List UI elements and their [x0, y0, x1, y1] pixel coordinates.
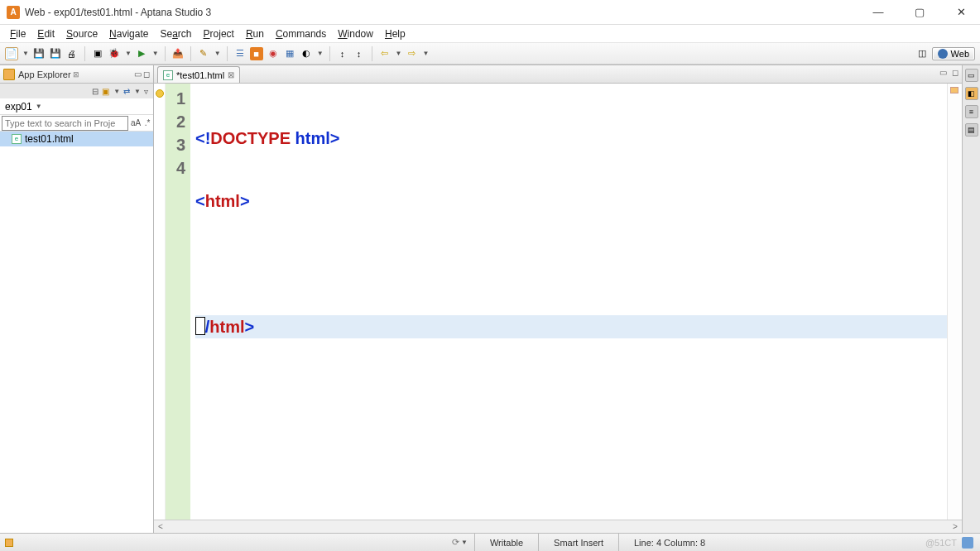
menu-icon[interactable]: ▿ — [144, 87, 148, 96]
dropdown-icon[interactable]: ▼ — [134, 88, 141, 95]
wand-icon[interactable]: ✎ — [197, 47, 210, 60]
dropdown-icon[interactable]: ▼ — [113, 88, 120, 95]
open-perspective-icon[interactable]: ◫ — [915, 47, 929, 60]
menu-window[interactable]: Window — [333, 26, 378, 41]
separator — [227, 46, 228, 61]
editor-area: e *test01.html ⊠ ▭ ◻ 1 2 3 4 <!DOCTYPE h… — [154, 65, 962, 533]
menu-commands[interactable]: Commands — [271, 26, 331, 41]
menu-navigate[interactable]: Navigate — [104, 26, 153, 41]
case-sensitive-toggle[interactable]: aA — [130, 118, 142, 127]
dropdown-icon[interactable]: ▼ — [317, 50, 324, 57]
menu-run[interactable]: Run — [241, 26, 269, 41]
menu-project[interactable]: Project — [199, 26, 239, 41]
dropdown-icon[interactable]: ▼ — [125, 50, 132, 57]
maximize-button[interactable]: ▢ — [907, 6, 932, 18]
overlay-icon — [962, 537, 973, 549]
editor-tab-test01[interactable]: e *test01.html ⊠ — [157, 66, 240, 83]
save-icon[interactable]: 💾 — [32, 47, 46, 60]
main-toolbar: 📄▼ 💾 💾 🖨 ▣ 🐞▼ ▶▼ 📤 ✎▼ ☰ ■ ◉ ▦ ◐▼ ↕ ↕ ⇦▼ … — [0, 43, 980, 65]
separator — [372, 46, 372, 61]
menu-source[interactable]: Source — [61, 26, 103, 41]
link-icon[interactable]: ⇄ — [123, 87, 130, 96]
app-icon: A — [7, 6, 20, 19]
project-name: exp01 — [5, 101, 32, 113]
regex-toggle[interactable]: .* — [142, 118, 153, 127]
separator — [329, 46, 330, 61]
minimize-view-icon[interactable]: ▭ — [134, 69, 142, 79]
minimize-button[interactable]: — — [866, 6, 891, 18]
publish-icon[interactable]: 📤 — [171, 47, 185, 60]
app-explorer-tab[interactable]: App Explorer ⊠ ▭ ◻ — [0, 65, 153, 84]
sync-icon[interactable]: ⟳ — [452, 537, 459, 548]
run-icon[interactable]: ▶ — [135, 47, 148, 60]
terminal-icon[interactable]: ▣ — [91, 47, 104, 60]
minimize-editor-icon[interactable]: ▭ — [939, 68, 947, 77]
menu-file[interactable]: FFileile — [5, 26, 31, 41]
marker-column — [154, 84, 166, 520]
down-icon[interactable]: ↕ — [353, 47, 366, 60]
warning-marker-icon[interactable] — [156, 89, 164, 98]
title-bar: A Web - exp01/test01.html - Aptana Studi… — [0, 0, 980, 25]
menu-edit[interactable]: Edit — [32, 26, 60, 41]
horizontal-scrollbar[interactable]: < > — [154, 520, 962, 533]
back-icon[interactable]: ⇦ — [378, 47, 392, 60]
window-controls: — ▢ ✕ — [866, 6, 973, 18]
maximize-view-icon[interactable]: ◻ — [143, 69, 150, 79]
menu-bar: FFileile Edit Source Navigate Search Pro… — [0, 25, 980, 43]
up-icon[interactable]: ↕ — [336, 47, 349, 60]
separator — [165, 46, 166, 61]
palette-icon[interactable]: ◐ — [300, 47, 313, 60]
overview-ruler[interactable] — [947, 84, 962, 520]
file-name: test01.html — [25, 133, 74, 145]
menu-help[interactable]: Help — [380, 26, 411, 41]
watermark-text: @51CT — [925, 538, 957, 548]
save-all-icon[interactable]: 💾 — [49, 47, 62, 60]
debug-icon[interactable]: 🐞 — [108, 47, 121, 60]
project-tree: e test01.html — [0, 132, 153, 533]
maximize-editor-icon[interactable]: ◻ — [952, 68, 958, 77]
dropdown-icon[interactable]: ▼ — [423, 50, 430, 57]
view-marker: ⊠ — [73, 70, 79, 79]
outline-view-icon[interactable]: ◧ — [965, 87, 978, 100]
scroll-left-icon[interactable]: < — [154, 522, 167, 531]
perspective-web[interactable]: Web — [932, 47, 975, 60]
app-explorer-panel: App Explorer ⊠ ▭ ◻ ⊟ ▣ ▼ ⇄ ▼ ▿ exp01 ▼ a… — [0, 65, 154, 533]
dropdown-icon[interactable]: ▼ — [22, 50, 29, 57]
new-icon[interactable]: 📄 — [5, 47, 18, 60]
code-editor[interactable]: <!DOCTYPE html> <html> </html> — [190, 84, 947, 520]
line-gutter: 1 2 3 4 — [166, 84, 190, 520]
camera-icon[interactable]: ◉ — [267, 47, 280, 60]
separator — [84, 46, 85, 61]
snippets-view-icon[interactable]: ≡ — [965, 105, 978, 118]
image-icon[interactable]: ▦ — [283, 47, 296, 60]
dropdown-icon[interactable]: ▼ — [461, 539, 468, 546]
print-icon[interactable]: 🖨 — [65, 47, 79, 60]
dropdown-icon[interactable]: ▼ — [152, 50, 159, 57]
restore-icon[interactable]: ▭ — [965, 69, 978, 82]
menu-search[interactable]: Search — [155, 26, 196, 41]
project-selector[interactable]: exp01 ▼ — [0, 98, 153, 115]
dropdown-icon[interactable]: ▼ — [214, 50, 221, 57]
samples-view-icon[interactable]: ▤ — [965, 123, 978, 137]
collapse-icon[interactable]: ⊟ — [92, 87, 98, 96]
explorer-icon — [3, 69, 15, 80]
search-row: aA .* — [0, 115, 153, 132]
explorer-inner-toolbar: ⊟ ▣ ▼ ⇄ ▼ ▿ — [0, 84, 153, 98]
html-file-icon: e — [12, 134, 22, 144]
editor-tab-bar: e *test01.html ⊠ ▭ ◻ — [154, 65, 962, 84]
dropdown-icon[interactable]: ▼ — [396, 50, 402, 57]
project-search-input[interactable] — [2, 116, 128, 131]
app-explorer-icon[interactable]: ■ — [250, 47, 263, 60]
editor-tab-label: *test01.html — [176, 70, 224, 80]
scroll-right-icon[interactable]: > — [949, 522, 962, 531]
tree-file-item[interactable]: e test01.html — [0, 132, 153, 146]
line-number: 4 — [166, 156, 190, 180]
forward-icon[interactable]: ⇨ — [406, 47, 419, 60]
close-tab-icon[interactable]: ⊠ — [228, 70, 234, 79]
close-button[interactable]: ✕ — [949, 6, 973, 18]
box-icon[interactable]: ▣ — [102, 87, 109, 96]
editor-body: 1 2 3 4 <!DOCTYPE html> <html> </html> — [154, 84, 962, 520]
perspective-label: Web — [951, 49, 969, 59]
task-icon[interactable]: ☰ — [233, 47, 247, 60]
status-writable: Writable — [474, 534, 538, 552]
